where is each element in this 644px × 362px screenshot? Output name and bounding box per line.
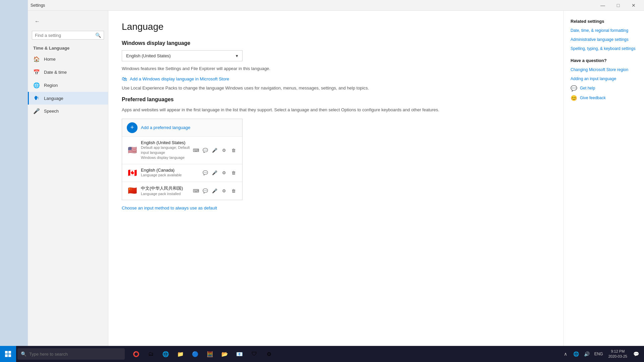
remove-icon-zh[interactable]: 🗑 xyxy=(229,187,237,195)
remove-icon-en-us[interactable]: 🗑 xyxy=(229,146,237,154)
sidebar-search-box[interactable]: 🔍 xyxy=(32,31,104,40)
edge-icon: 🌐 xyxy=(162,351,169,357)
sidebar-item-home[interactable]: 🏠 Home xyxy=(28,53,108,66)
chrome-icon: 🔵 xyxy=(192,351,199,357)
language-item-english-us[interactable]: 🇺🇸 English (United States) Default app l… xyxy=(122,137,242,164)
language-item-english-ca[interactable]: 🇨🇦 English (Canada) Language pack availa… xyxy=(122,164,242,182)
store-icon: 🛍 xyxy=(122,76,127,82)
main-content: Language Windows display language Englis… xyxy=(108,11,564,346)
display-language-dropdown[interactable]: English (United States) ▾ xyxy=(122,50,243,61)
options-icon-en-us[interactable]: ⚙ xyxy=(220,146,228,154)
language-item-chinese[interactable]: 🇨🇳 中文(中华人民共和国) Language pack installed ⌨… xyxy=(122,182,242,200)
remove-icon-en-ca[interactable]: 🗑 xyxy=(229,169,237,177)
settings-gear-icon: ⚙ xyxy=(267,351,271,357)
tray-notification-icon[interactable]: 💬 xyxy=(631,346,641,362)
taskbar-calc-icon[interactable]: 🧮 xyxy=(203,346,217,362)
tray-language-indicator[interactable]: ENG xyxy=(592,352,605,356)
tray-clock[interactable]: 9:12 PM 2020-03-25 xyxy=(605,349,631,359)
keyboard-icon[interactable]: ⌨ xyxy=(192,146,200,154)
taskbar-files-icon[interactable]: 📁 xyxy=(173,346,188,362)
sidebar-item-language[interactable]: 🗣 Language xyxy=(28,92,108,105)
clock-time: 9:12 PM xyxy=(611,349,625,354)
lang-detail2-en-us: Windows display language xyxy=(141,155,192,160)
lang-actions-zh: ⌨ 💬 🎤 ⚙ 🗑 xyxy=(192,187,237,195)
search-icon-button[interactable]: 🔍 xyxy=(95,33,101,38)
date-icon: 📅 xyxy=(33,69,40,75)
tray-chevron[interactable]: ∧ xyxy=(560,346,571,362)
network-icon: 🌐 xyxy=(573,351,579,357)
notification-icon: 💬 xyxy=(633,351,639,357)
add-preferred-language-label: Add a preferred language xyxy=(141,125,190,130)
taskbar-outlook-icon[interactable]: 📧 xyxy=(232,346,247,362)
related-link-admin[interactable]: Administrative language settings xyxy=(571,37,637,43)
give-feedback-icon: 😊 xyxy=(571,95,577,101)
taskbar-cortana-icon[interactable]: ⭕ xyxy=(129,346,144,362)
svg-rect-2 xyxy=(5,354,8,357)
keyboard-icon-zh[interactable]: ⌨ xyxy=(192,187,200,195)
sidebar-section-heading: Time & Language xyxy=(28,44,108,53)
speech-capability-icon[interactable]: 💬 xyxy=(201,146,209,154)
sidebar-item-speech[interactable]: 🎤 Speech xyxy=(28,105,108,118)
question-link-store-region[interactable]: Changing Microsoft Store region xyxy=(571,67,637,73)
get-help-link[interactable]: Get help xyxy=(580,86,595,90)
taskbar-edge-icon[interactable]: 🌐 xyxy=(158,346,173,362)
options-icon-zh[interactable]: ⚙ xyxy=(220,187,228,195)
settings-window: Settings — □ ✕ ← 🔍 Time & Language 🏠 Hom… xyxy=(28,0,644,346)
taskbar-search-icon: 🔍 xyxy=(21,351,26,357)
taskbar-settings-icon[interactable]: ⚙ xyxy=(262,346,276,362)
dropdown-chevron-icon: ▾ xyxy=(236,53,238,58)
svg-rect-3 xyxy=(8,354,11,357)
sidebar-item-date[interactable]: 📅 Date & time xyxy=(28,66,108,79)
taskbar-search-input[interactable] xyxy=(29,352,116,357)
cortana-icon: ⭕ xyxy=(133,351,140,357)
flag-icon-en-ca: 🇨🇦 xyxy=(127,168,138,178)
add-display-language-link[interactable]: 🛍 Add a Windows display language in Micr… xyxy=(122,76,550,82)
add-preferred-language-button[interactable]: + Add a preferred language xyxy=(122,119,242,137)
outlook-icon: 📧 xyxy=(236,351,243,357)
minimize-button[interactable]: — xyxy=(595,0,610,11)
taskbar-search-box[interactable]: 🔍 xyxy=(17,348,125,360)
options-icon-en-ca[interactable]: ⚙ xyxy=(220,169,228,177)
maximize-button[interactable]: □ xyxy=(610,0,626,11)
speech-icon-ca[interactable]: 💬 xyxy=(201,169,209,177)
speech-icon: 🎤 xyxy=(33,108,40,114)
taskbar-shield-icon[interactable]: 🛡 xyxy=(247,346,262,362)
taskbar-taskview-icon[interactable]: 🗂 xyxy=(144,346,158,362)
back-button[interactable]: ← xyxy=(31,15,44,28)
sidebar-item-date-label: Date & time xyxy=(44,70,67,75)
tray-volume-icon[interactable]: 🔊 xyxy=(582,346,592,362)
right-panel: Related settings Date, time, & regional … xyxy=(564,11,644,346)
get-help-item[interactable]: 💬 Get help xyxy=(571,85,637,92)
lang-detail1-en-ca: Language pack available xyxy=(141,173,201,178)
tray-network-icon[interactable]: 🌐 xyxy=(571,346,582,362)
preferred-languages-list: + Add a preferred language 🇺🇸 English (U… xyxy=(122,119,243,200)
files-icon: 📁 xyxy=(177,351,184,357)
choose-input-method-link[interactable]: Choose an input method to always use as … xyxy=(122,205,217,210)
related-link-datetime[interactable]: Date, time, & regional formatting xyxy=(571,28,637,34)
clock-date: 2020-03-25 xyxy=(608,354,627,359)
taskbar: 🔍 ⭕ 🗂 🌐 📁 🔵 🧮 📂 📧 🛡 ⚙ xyxy=(0,346,644,362)
home-icon: 🏠 xyxy=(33,56,40,62)
question-link-input-language[interactable]: Adding an input language xyxy=(571,76,637,82)
mic-icon-zh[interactable]: 🎤 xyxy=(211,187,219,195)
give-feedback-item[interactable]: 😊 Give feedback xyxy=(571,95,637,101)
taskbar-explorer-icon[interactable]: 📂 xyxy=(217,346,232,362)
shield-icon: 🛡 xyxy=(252,351,257,357)
related-link-spelling[interactable]: Spelling, typing, & keyboard settings xyxy=(571,46,637,52)
taskbar-tray: ∧ 🌐 🔊 ENG 9:12 PM 2020-03-25 💬 xyxy=(560,346,644,362)
add-icon: + xyxy=(127,122,138,133)
speech-icon-zh[interactable]: 💬 xyxy=(201,187,209,195)
content-area: ← 🔍 Time & Language 🏠 Home 📅 Date & time… xyxy=(28,11,644,346)
give-feedback-link[interactable]: Give feedback xyxy=(580,96,606,100)
page-title: Language xyxy=(122,21,550,32)
mic-icon-ca[interactable]: 🎤 xyxy=(211,169,219,177)
close-button[interactable]: ✕ xyxy=(626,0,641,11)
taskbar-chrome-icon[interactable]: 🔵 xyxy=(188,346,203,362)
mic-icon[interactable]: 🎤 xyxy=(211,146,219,154)
taskbar-icons: ⭕ 🗂 🌐 📁 🔵 🧮 📂 📧 🛡 ⚙ xyxy=(129,346,276,362)
sidebar-item-region[interactable]: 🌐 Region xyxy=(28,79,108,92)
find-setting-input[interactable] xyxy=(35,33,95,38)
start-button[interactable] xyxy=(0,346,16,362)
dropdown-value: English (United States) xyxy=(126,53,171,58)
sidebar-item-region-label: Region xyxy=(44,83,58,88)
